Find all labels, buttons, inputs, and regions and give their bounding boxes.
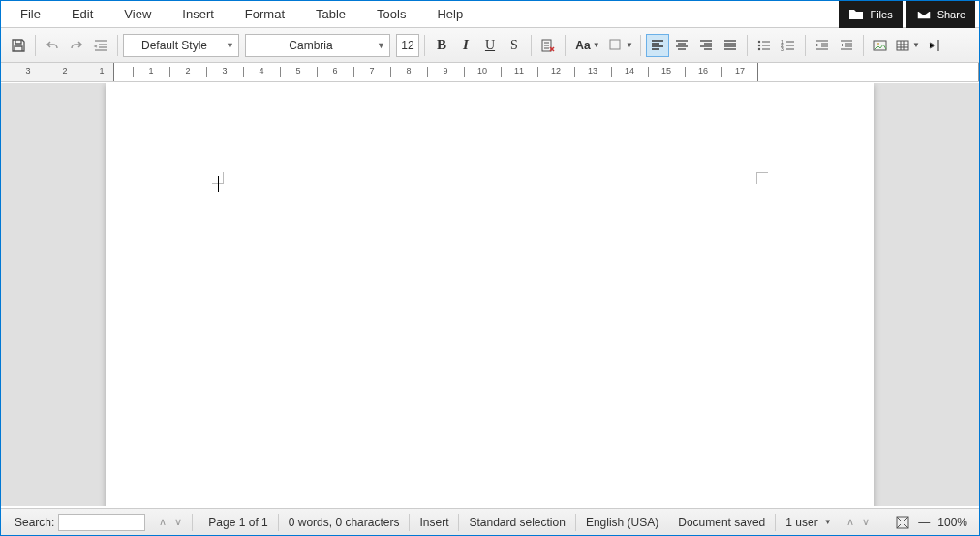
clear-formatting-button[interactable] — [536, 34, 560, 57]
language-status[interactable]: English (USA) — [576, 514, 668, 531]
menu-table[interactable]: Table — [300, 3, 361, 25]
ruler-left-margin: 3 2 1 — [1, 63, 113, 81]
align-right-icon — [698, 38, 714, 53]
separator — [640, 35, 641, 56]
files-label: Files — [870, 9, 892, 20]
files-button[interactable]: Files — [839, 1, 902, 28]
box-icon — [608, 38, 624, 53]
increase-indent-button[interactable] — [811, 34, 834, 57]
number-list-icon: 123 — [781, 38, 796, 53]
align-justify-button[interactable] — [719, 34, 742, 57]
search-section: Search: — [1, 514, 155, 531]
align-justify-icon — [722, 38, 738, 53]
format-paintbrush-button[interactable] — [89, 34, 112, 57]
menu-edit[interactable]: Edit — [56, 3, 108, 25]
redo-icon — [69, 38, 84, 53]
svg-rect-10 — [897, 41, 908, 50]
svg-rect-1 — [610, 40, 620, 49]
svg-text:3: 3 — [781, 46, 784, 52]
bullet-list-icon — [756, 38, 772, 53]
horizontal-ruler[interactable]: 3 2 1 1234567891011121314151617 — [1, 63, 979, 82]
save-icon — [11, 38, 26, 53]
align-right-button[interactable] — [694, 34, 718, 57]
menu-help[interactable]: Help — [421, 3, 478, 25]
status-bar: Search: ∧ ∨ Page 1 of 1 0 words, 0 chara… — [1, 508, 979, 535]
menu-file[interactable]: File — [5, 3, 56, 25]
menu-tools[interactable]: Tools — [361, 3, 421, 25]
number-list-button[interactable]: 123 — [777, 34, 800, 57]
separator — [531, 35, 532, 56]
menu-insert[interactable]: Insert — [167, 3, 230, 25]
underline-button[interactable]: U — [478, 34, 502, 57]
character-format-button[interactable]: Aa▼ — [570, 34, 605, 57]
menu-view[interactable]: View — [108, 3, 167, 25]
menu-format[interactable]: Format — [230, 3, 300, 25]
selection-mode[interactable]: Standard selection — [459, 514, 575, 531]
font-family-select[interactable]: Cambria ▼ — [245, 34, 390, 57]
share-button[interactable]: Share — [906, 1, 975, 28]
align-left-icon — [650, 38, 665, 53]
chevron-down-icon: ▼ — [626, 41, 633, 49]
italic-button[interactable]: I — [454, 34, 477, 57]
search-label: Search: — [15, 516, 54, 529]
fit-page-icon[interactable] — [895, 515, 910, 530]
style-value: Default Style — [124, 39, 238, 52]
separator — [863, 35, 864, 56]
highlight-color-button[interactable]: ▼ — [606, 34, 635, 57]
insert-mode[interactable]: Insert — [410, 514, 459, 531]
svg-point-9 — [877, 43, 879, 45]
bullet-list-button[interactable] — [752, 34, 776, 57]
zoom-out-button[interactable]: — — [918, 516, 930, 529]
separator — [35, 35, 36, 56]
separator — [747, 35, 748, 56]
document-canvas[interactable] — [1, 83, 979, 506]
outdent-icon — [93, 38, 108, 53]
align-center-icon — [674, 38, 689, 53]
separator — [424, 35, 425, 56]
bold-button[interactable]: B — [430, 34, 453, 57]
insert-table-button[interactable]: ▼ — [893, 34, 922, 57]
chevron-down-icon: ▼ — [912, 41, 920, 49]
search-input[interactable] — [58, 514, 145, 531]
decrease-indent-button[interactable] — [835, 34, 858, 57]
text-cursor — [218, 176, 219, 192]
paragraph-style-select[interactable]: Default Style ▼ — [123, 34, 239, 57]
align-center-button[interactable] — [670, 34, 693, 57]
nav-up-button[interactable]: ∧ — [842, 516, 858, 528]
svg-point-2 — [758, 40, 760, 42]
chevron-down-icon: ▼ — [593, 41, 600, 49]
font-size-select[interactable]: 12 — [396, 34, 419, 57]
search-prev-button[interactable]: ∧ — [155, 516, 170, 528]
users-status[interactable]: 1 user ▼ — [776, 514, 842, 531]
redo-button[interactable] — [65, 34, 88, 57]
search-next-button[interactable]: ∨ — [170, 516, 186, 528]
folder-icon — [848, 8, 864, 21]
undo-button[interactable] — [41, 34, 64, 57]
word-count[interactable]: 0 words, 0 characters — [279, 514, 411, 531]
share-label: Share — [937, 9, 965, 20]
table-icon — [895, 38, 910, 53]
font-value: Cambria — [246, 39, 389, 52]
sidebar-icon — [927, 38, 942, 53]
page-status[interactable]: Page 1 of 1 — [199, 514, 278, 531]
zoom-value[interactable]: 100% — [937, 516, 967, 529]
toolbar: Default Style ▼ Cambria ▼ 12 B I U S Aa▼… — [1, 28, 979, 63]
strikethrough-button[interactable]: S — [503, 34, 526, 57]
corner-buttons: Files Share — [839, 1, 975, 28]
svg-point-3 — [758, 44, 760, 45]
nav-down-button[interactable]: ∨ — [858, 516, 873, 528]
chevron-down-icon: ▼ — [226, 41, 234, 50]
separator — [805, 35, 806, 56]
chevron-down-icon: ▼ — [377, 41, 385, 50]
margin-mark-top-right — [756, 172, 768, 184]
mail-icon — [916, 8, 932, 21]
insert-image-button[interactable] — [869, 34, 892, 57]
chevron-down-icon: ▼ — [824, 518, 832, 526]
sidebar-toggle-button[interactable] — [923, 34, 946, 57]
indent-dec-icon — [839, 38, 854, 53]
document-page[interactable] — [106, 83, 874, 506]
align-left-button[interactable] — [646, 34, 669, 57]
save-button[interactable] — [7, 34, 30, 57]
separator — [117, 35, 118, 56]
menu-bar: File Edit View Insert Format Table Tools… — [1, 1, 979, 28]
